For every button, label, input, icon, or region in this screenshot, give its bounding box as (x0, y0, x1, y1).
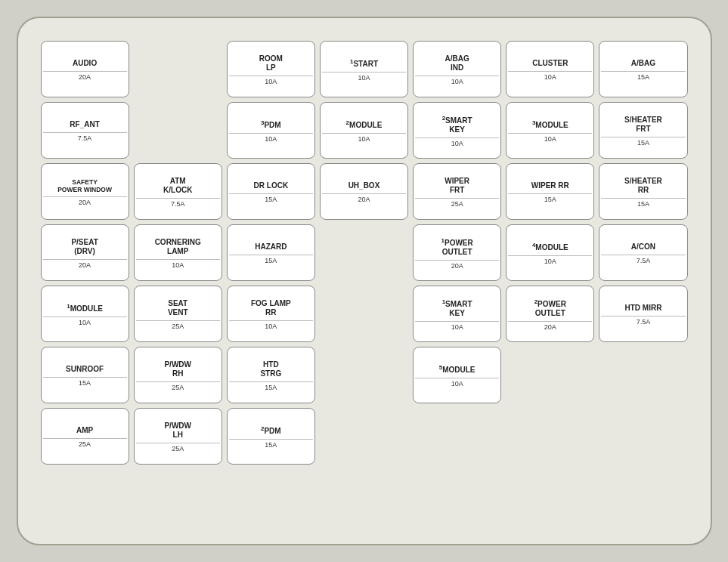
fuse-label-abag-ind: A/BAGIND (444, 54, 471, 73)
fuse-label-module3: 3MODULE (531, 119, 570, 130)
fuse-label-seat-vent: SEATVENT (166, 299, 190, 317)
fuse-label-wiper-frt: WIPERFRT (443, 177, 471, 195)
fuse-amp-cluster: 10A (508, 71, 592, 81)
fuse-label-pseat-drv: P/SEAT(DRV) (70, 238, 99, 256)
empty-6c (599, 347, 687, 403)
fuse-label-audio: AUDIO (71, 59, 98, 68)
fuse-label-htd-strg: HTDSTRG (259, 360, 283, 378)
fuse-amp-pseat-drv: 20A (43, 259, 127, 269)
fuse-power-outlet2: 2POWEROUTLET20A (506, 286, 594, 342)
empty-1a (134, 41, 222, 97)
fuse-cornering-lamp: CORNERINGLAMP10A (134, 224, 222, 281)
fuse-amp-module5: 10A (415, 378, 499, 388)
fuse-amp-htd-mirr: 7.5A (601, 316, 685, 326)
fuse-start: 1START10A (320, 41, 408, 97)
fuse-label-wiper-rr: WIPER RR (530, 181, 571, 190)
empty-7c (506, 408, 594, 465)
fuse-label-power-outlet2: 2POWEROUTLET (533, 298, 568, 318)
fuse-amp-power-outlet1: 20A (415, 260, 499, 270)
fuse-label-sheater-rr: S/HEATERRR (623, 177, 664, 195)
fuse-hazard: HAZARD15A (227, 224, 315, 281)
empty-6a (320, 347, 408, 403)
fuse-sunroof: SUNROOF15A (41, 347, 129, 403)
fuse-smart-key2: 2SMARTKEY10A (413, 102, 501, 159)
fuse-label-sunroof: SUNROOF (64, 365, 105, 374)
fuse-pwdw-rh: P/WDWRH25A (134, 347, 222, 403)
fuse-abag: A/BAG15A (599, 41, 687, 97)
fuse-label-safety-pw: SAFETYPOWER WINDOW (56, 178, 113, 193)
fuse-uh-box: UH_BOX20A (320, 163, 408, 220)
fuse-sheater-frt: S/HEATERFRT15A (599, 102, 687, 159)
fuse-amp-module3: 10A (508, 133, 592, 143)
fuse-amp-module4: 10A (508, 255, 592, 265)
fuse-abag-ind: A/BAGIND10A (413, 41, 501, 97)
fuse-label-pdm3: 3PDM (259, 119, 283, 130)
fuse-amp-amp: 25A (43, 438, 127, 448)
fuse-label-fog-lamp-rr: FOG LAMPRR (249, 299, 293, 317)
fuse-label-htd-mirr: HTD MIRR (623, 304, 663, 313)
fuse-safety-pw: SAFETYPOWER WINDOW20A (41, 163, 129, 220)
fuse-label-rf-ant: RF_ANT (68, 120, 101, 129)
fuse-label-module4: 4MODULE (531, 242, 570, 252)
fuse-diagram: AUDIO20AROOMLP10A1START10AA/BAGIND10ACLU… (17, 17, 712, 545)
fuse-wiper-frt: WIPERFRT25A (413, 163, 501, 220)
fuse-label-power-outlet1: 1POWEROUTLET (440, 237, 475, 257)
fuse-module2: 2MODULE10A (320, 102, 408, 159)
fuse-pdm2: 2PDM15A (227, 408, 315, 465)
empty-4a (320, 224, 408, 281)
fuse-amp-rf-ant: 7.5A (43, 132, 127, 142)
fuse-smart-key1: 1SMARTKEY10A (413, 286, 501, 342)
fuse-amp-safety-pw: 20A (43, 196, 127, 206)
fuse-amp-htd-strg: 15A (229, 381, 313, 391)
fuse-amp-smart-key1: 10A (415, 321, 499, 331)
fuse-rf-ant: RF_ANT7.5A (41, 102, 129, 159)
fuse-amp-hazard: 15A (229, 255, 313, 264)
fuse-amp-acon: 7.5A (601, 255, 685, 264)
fuse-amp-fog-lamp-rr: 10A (229, 320, 313, 330)
fuse-amp-smart-key2: 10A (415, 137, 499, 147)
fuse-amp-sheater-rr: 15A (601, 198, 685, 208)
fuse-cluster: CLUSTER10A (506, 41, 594, 97)
fuse-room-lp: ROOMLP10A (227, 41, 315, 97)
fuse-dr-lock: DR LOCK15A (227, 163, 315, 220)
fuse-fog-lamp-rr: FOG LAMPRR10A (227, 286, 315, 342)
empty-6b (506, 347, 594, 403)
fuse-audio: AUDIO20A (41, 41, 129, 97)
fuse-label-smart-key2: 2SMARTKEY (441, 115, 474, 134)
fuse-amp-cornering-lamp: 10A (136, 259, 220, 269)
fuse-wiper-rr: WIPER RR15A (506, 163, 594, 220)
fuse-acon: A/CON7.5A (599, 224, 687, 281)
fuse-amp-pwdw-lh: 25A (136, 443, 220, 452)
fuse-label-dr-lock: DR LOCK (252, 181, 290, 190)
fuse-label-amp: AMP (75, 426, 94, 435)
fuse-pwdw-lh: P/WDWLH25A (134, 408, 222, 465)
fuse-amp-wiper-rr: 15A (508, 193, 592, 203)
fuse-pseat-drv: P/SEAT(DRV)20A (41, 224, 129, 281)
fuse-amp-pdm3: 10A (229, 133, 313, 143)
fuse-label-uh-box: UH_BOX (347, 181, 382, 190)
empty-5a (320, 286, 408, 342)
fuse-label-start: 1START (349, 58, 379, 69)
fuse-amp-module1: 10A (43, 317, 127, 326)
fuse-amp-sunroof: 15A (43, 377, 127, 387)
fuse-amp-abag-ind: 10A (415, 76, 499, 85)
fuse-label-sheater-frt: S/HEATERFRT (623, 116, 664, 134)
fuse-sheater-rr: S/HEATERRR15A (599, 163, 687, 220)
fuse-label-cornering-lamp: CORNERINGLAMP (153, 238, 203, 256)
empty-7d (599, 408, 687, 465)
fuse-atm-klock: ATMK/LOCK7.5A (134, 163, 222, 220)
fuse-htd-strg: HTDSTRG15A (227, 347, 315, 403)
fuse-amp-pdm2: 15A (229, 439, 313, 449)
fuse-label-cluster: CLUSTER (531, 59, 569, 68)
fuse-module4: 4MODULE10A (506, 224, 594, 281)
fuse-amp-audio: 20A (43, 71, 127, 81)
fuse-htd-mirr: HTD MIRR7.5A (599, 286, 687, 342)
fuse-label-module5: 5MODULE (438, 364, 477, 375)
fuse-module3: 3MODULE10A (506, 102, 594, 159)
fuse-amp-seat-vent: 25A (136, 320, 220, 330)
fuse-amp-sheater-frt: 15A (601, 137, 685, 147)
fuse-seat-vent: SEATVENT25A (134, 286, 222, 342)
fuse-amp-room-lp: 10A (229, 76, 313, 85)
fuse-amp: AMP25A (41, 408, 129, 465)
fuse-label-module2: 2MODULE (345, 119, 384, 130)
